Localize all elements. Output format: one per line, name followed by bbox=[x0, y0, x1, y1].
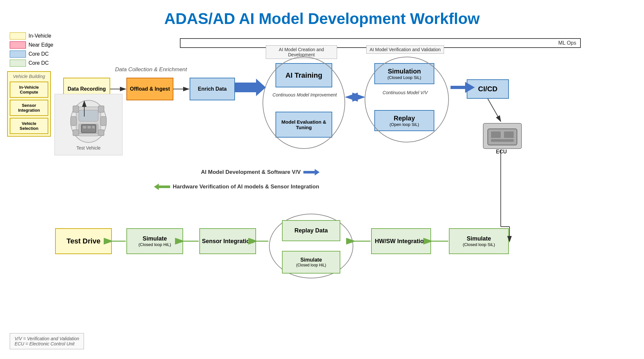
hw-verification-arrow bbox=[154, 183, 170, 191]
svg-rect-17 bbox=[92, 126, 95, 129]
hw-verification-label: Hardware Verification of AI models & Sen… bbox=[154, 183, 319, 191]
vehicle-selection-box: Vehicle Selection bbox=[10, 118, 48, 134]
test-vehicle-area: Test Vehicle bbox=[54, 94, 123, 155]
simulation-box: Simulation (Closed Loop SiL) bbox=[374, 63, 434, 84]
legend-item-invehicle: In-Vehicle bbox=[10, 32, 53, 39]
replay-data-box: Replay Data bbox=[282, 220, 340, 241]
note-line1: V/V = Verification and Validation bbox=[15, 336, 79, 341]
svg-rect-15 bbox=[83, 126, 86, 129]
legend: In-Vehicle Near Edge Core DC Core DC bbox=[10, 32, 53, 67]
svg-rect-3 bbox=[491, 139, 514, 142]
mlops-label: ML Ops bbox=[558, 40, 576, 46]
svg-rect-1 bbox=[491, 131, 501, 138]
test-drive-box: Test Drive bbox=[55, 228, 112, 254]
main-container: ADAS/AD AI Model Development Workflow In… bbox=[0, 0, 644, 359]
legend-label-nearedge: Near Edge bbox=[29, 42, 53, 48]
svg-rect-10 bbox=[73, 106, 79, 112]
svg-rect-6 bbox=[79, 110, 98, 121]
cicd-box: CI/CD bbox=[467, 79, 509, 99]
replay-box: Replay (Open loop SiL) bbox=[374, 110, 434, 131]
legend-color-coredc2 bbox=[10, 60, 26, 67]
page-title: ADAS/AD AI Model Development Workflow bbox=[6, 10, 638, 28]
legend-label-invehicle: In-Vehicle bbox=[29, 33, 51, 39]
car-topview-icon bbox=[59, 99, 118, 144]
vehicle-building-sidebar: Vehicle Building In-Vehicle Compute Sens… bbox=[7, 71, 51, 137]
legend-item-coredc2: Core DC bbox=[10, 60, 53, 67]
legend-item-coredc1: Core DC bbox=[10, 50, 53, 58]
continuous-model-vv-label: Continuous Model V/V bbox=[371, 90, 439, 95]
invehicle-compute-box: In-Vehicle Compute bbox=[10, 82, 48, 98]
svg-rect-9 bbox=[100, 117, 106, 126]
ai-dev-sw-label: AI Model Development & Software V/V bbox=[201, 168, 320, 176]
svg-rect-16 bbox=[88, 126, 91, 129]
svg-rect-11 bbox=[98, 106, 104, 112]
vehicle-building-title: Vehicle Building bbox=[10, 74, 48, 79]
note-line2: ECU = Electronic Control Unit bbox=[15, 341, 79, 346]
legend-item-nearedge: Near Edge bbox=[10, 41, 53, 49]
ecu-label: ECU bbox=[496, 149, 507, 155]
svg-rect-8 bbox=[71, 117, 76, 126]
note-box: V/V = Verification and Validation ECU = … bbox=[10, 333, 84, 349]
simulate-sil-right-box: Simulate (Closed loop SiL) bbox=[449, 228, 509, 254]
ai-dev-sw-arrow bbox=[303, 168, 320, 176]
ecu-device bbox=[483, 123, 522, 149]
svg-marker-18 bbox=[303, 169, 320, 175]
ai-creation-label: AI Model Creation and Development bbox=[266, 45, 337, 59]
sensor-integration-bottom-box: Sensor Integration bbox=[199, 228, 256, 254]
continuous-model-improvement-label: Continuous Model Improvement bbox=[272, 92, 337, 97]
svg-rect-12 bbox=[73, 130, 79, 136]
svg-line-31 bbox=[488, 99, 501, 121]
legend-color-nearedge bbox=[10, 41, 26, 49]
svg-rect-2 bbox=[504, 131, 514, 138]
svg-marker-19 bbox=[154, 184, 170, 190]
enrich-data-box: Enrich Data bbox=[190, 78, 235, 100]
svg-rect-14 bbox=[81, 125, 96, 133]
data-collection-label: Data Collection & Enrichment bbox=[115, 66, 187, 73]
svg-marker-28 bbox=[235, 79, 266, 96]
simulate-hil-oval-box: Simulate (Closed loop HiL) bbox=[282, 251, 340, 274]
hwsw-integration-box: HW/SW Integration bbox=[371, 228, 431, 254]
ecu-icon bbox=[486, 126, 519, 147]
legend-color-coredc1 bbox=[10, 50, 26, 58]
legend-label-coredc1: Core DC bbox=[29, 51, 49, 57]
legend-label-coredc2: Core DC bbox=[29, 60, 49, 66]
sensor-integration-vb-box: Sensor Integration bbox=[10, 100, 48, 116]
svg-rect-13 bbox=[98, 130, 104, 136]
ai-training-box: AI Training bbox=[275, 63, 332, 87]
model-evaluation-box: Model Evaluation & Tuning bbox=[275, 112, 332, 138]
legend-color-invehicle bbox=[10, 32, 26, 39]
offload-ingest-box: Offload & Ingest bbox=[126, 78, 173, 100]
simulate-hil-left-box: Simulate (Closed loop HiL) bbox=[126, 228, 183, 254]
ai-verification-label: AI Model Verification and Validation bbox=[366, 45, 444, 54]
test-vehicle-label: Test Vehicle bbox=[76, 145, 101, 151]
